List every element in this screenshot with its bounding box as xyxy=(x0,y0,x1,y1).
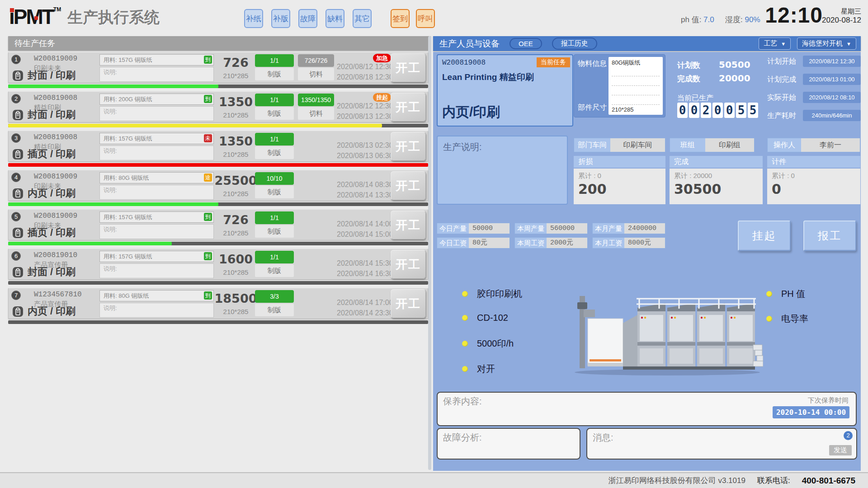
start-work-button[interactable]: 开工 xyxy=(391,171,426,200)
task-progress-fill xyxy=(8,202,218,206)
machine-dropdown[interactable]: 海德堡对开机 ▼ xyxy=(797,38,856,50)
task-note-field: 说明: xyxy=(99,185,214,200)
task-row[interactable]: 5 W200819009 印刷未来 插页 / 印刷 用料: 157G 铜版纸 到… xyxy=(8,209,428,240)
plate-refill-button[interactable]: 补版 xyxy=(271,9,290,28)
humidity-label: 湿度: xyxy=(725,15,743,24)
task-dates: 2020/08/14 14:00 2020/08/14 15:00 xyxy=(337,219,393,239)
machine-model-text: CD-102 xyxy=(477,313,508,323)
other-button[interactable]: 其它 xyxy=(353,9,372,28)
task-part-name: 插页 / 印刷 xyxy=(28,147,75,161)
task-progress-track xyxy=(8,84,428,88)
call-button[interactable]: 呼叫 xyxy=(416,9,435,28)
month-output-value: 2400000 xyxy=(624,223,665,234)
task-quantity: 18500 xyxy=(214,291,257,305)
task-dates: 2020/08/14 17:00 2020/08/14 23:30 xyxy=(337,297,393,318)
suspend-button[interactable]: 挂起 xyxy=(738,221,791,251)
task-dates: 2020/08/14 15:30 2020/08/14 16:30 xyxy=(337,258,393,279)
start-work-button[interactable]: 开工 xyxy=(391,93,426,122)
team-field: 班组 印刷组 xyxy=(670,138,755,152)
report-work-button[interactable]: 报工 xyxy=(803,221,856,251)
material-label: 用料: xyxy=(104,56,117,63)
current-task-badge: 当前任务 xyxy=(537,57,570,67)
material-label: 用料: xyxy=(104,292,117,299)
task-material-field: 用料: 80G 铜版纸 到 xyxy=(99,290,214,301)
note-label: 说明: xyxy=(104,305,117,311)
task-row[interactable]: 1 W200819009 印刷未来 封面 / 印刷 用料: 157G 铜版纸 到… xyxy=(8,52,428,83)
start-work-button[interactable]: 开工 xyxy=(391,132,426,161)
logo-red-dot xyxy=(10,8,14,12)
task-size: 210*285 xyxy=(214,190,257,197)
start-work-button[interactable]: 开工 xyxy=(391,211,426,239)
task-progress-fill xyxy=(8,242,172,245)
task-end-time: 2020/08/14 15:00 xyxy=(337,229,393,239)
start-work-button[interactable]: 开工 xyxy=(391,53,426,82)
task-progress-track xyxy=(8,202,428,206)
contact-phone-number: 400-801-6675 xyxy=(802,476,855,486)
clock: 12:10 xyxy=(765,3,823,28)
task-start-time: 2020/08/14 15:30 xyxy=(337,258,393,268)
week-output-stat: 本周产量 560000 xyxy=(514,223,588,234)
task-row[interactable]: 3 W200819008 精益印刷 插页 / 印刷 用料: 157G 铜版纸 未… xyxy=(8,131,428,162)
counter-digit: 0 xyxy=(712,103,723,118)
footer: 浙江易印网络科技股份有限公司 v3.1019 联系电话: 400-801-667… xyxy=(0,472,868,488)
task-row[interactable]: 4 W200819009 印刷未来 内页 / 印刷 用料: 80G 铜版纸 途 … xyxy=(8,170,428,201)
clipboard-icon xyxy=(12,267,24,278)
month-wage-label: 本月工资 xyxy=(593,238,624,248)
production-note-box[interactable]: 生产说明: xyxy=(437,136,568,205)
completed-value: 30500 xyxy=(674,181,758,197)
task-order-number: W200819009 xyxy=(34,55,77,63)
task-progress-track xyxy=(8,320,428,324)
task-end-time: 2020/08/18 12:30 xyxy=(337,72,393,82)
ph-indicator: ph 值: 7.0 xyxy=(681,14,714,25)
today-wage-stat: 今日工资 80元 xyxy=(437,237,510,249)
current-task-name: Lean Printing 精益印刷 xyxy=(442,71,534,83)
date: 2020-08-12 xyxy=(822,15,861,25)
sign-in-button[interactable]: 签到 xyxy=(391,9,410,28)
plate-label: 制版 xyxy=(255,225,294,238)
task-start-time: 2020/08/14 17:00 xyxy=(337,297,393,308)
bullet-dot-icon xyxy=(462,341,468,347)
task-list-scrollbar[interactable] xyxy=(428,36,431,470)
paper-refill-button[interactable]: 补纸 xyxy=(244,9,263,28)
completed-total: 累计 : 20000 xyxy=(674,172,758,180)
fault-button[interactable]: 故障 xyxy=(298,9,317,28)
plate-block: 3/3 制版 xyxy=(255,290,294,316)
material-shortage-button[interactable]: 缺料 xyxy=(326,9,344,28)
material-info-value: 80G铜版纸 xyxy=(612,59,660,67)
oee-button[interactable]: OEE xyxy=(509,38,542,49)
mes-app: iPMT TM 生产执行系统 补纸 补版 故障 缺料 其它 签到 呼叫 ph 值… xyxy=(0,0,868,488)
plate-label: 制版 xyxy=(255,68,294,80)
send-button[interactable]: 发送 xyxy=(829,445,852,455)
task-size: 210*285 xyxy=(214,268,257,276)
task-size: 210*285 xyxy=(214,72,257,80)
plate-label: 制版 xyxy=(255,186,294,198)
task-order-number: W200819009 xyxy=(34,212,77,220)
ph-label: ph 值: xyxy=(681,15,701,24)
plan-finish-label: 计划完成 xyxy=(767,75,796,84)
task-row[interactable]: 6 W200819010 产品宣传册 封面 / 印刷 用料: 157G 铜版纸 … xyxy=(8,249,428,280)
machine-type-text: 胶印印刷机 xyxy=(477,288,522,300)
bullet-dot-icon xyxy=(462,291,468,297)
material-status-badge: 到 xyxy=(204,291,212,300)
task-row[interactable]: 2 W200819008 精益印刷 封面 / 印刷 用料: 200G 铜版纸 到… xyxy=(8,91,428,122)
material-status-badge: 到 xyxy=(204,213,212,221)
start-work-button[interactable]: 开工 xyxy=(391,250,426,279)
task-quantity: 25500 xyxy=(214,174,257,188)
date-block: 星期三 2020-08-12 xyxy=(822,7,861,25)
plate-label: 制版 xyxy=(255,146,294,159)
process-dropdown[interactable]: 工艺 ▼ xyxy=(759,38,791,50)
plate-count: 1/1 xyxy=(255,54,294,67)
start-work-button[interactable]: 开工 xyxy=(391,289,426,318)
message-box[interactable]: 消息: 2 发送 xyxy=(586,428,857,460)
bullet-dot-icon xyxy=(766,291,772,297)
production-counter: 0020055 xyxy=(677,103,758,118)
schedule-row: 实际开始 2020/08/12 08:10 xyxy=(767,92,861,103)
task-row[interactable]: 7 W1234567810 产品宣传册 内页 / 印刷 用料: 80G 铜版纸 … xyxy=(8,288,428,319)
completed-card-body: 累计 : 20000 30500 xyxy=(670,169,763,204)
task-order-number: W200819010 xyxy=(34,251,77,259)
fault-analysis-box[interactable]: 故障分析: xyxy=(437,428,580,460)
report-history-button[interactable]: 报工历史 xyxy=(552,38,597,50)
schedule-row: 计划完成 2020/08/13 01:00 xyxy=(767,74,861,85)
cut-label: 切料 xyxy=(298,107,334,120)
company-version: 浙江易印网络科技股份有限公司 v3.1019 xyxy=(609,475,745,486)
